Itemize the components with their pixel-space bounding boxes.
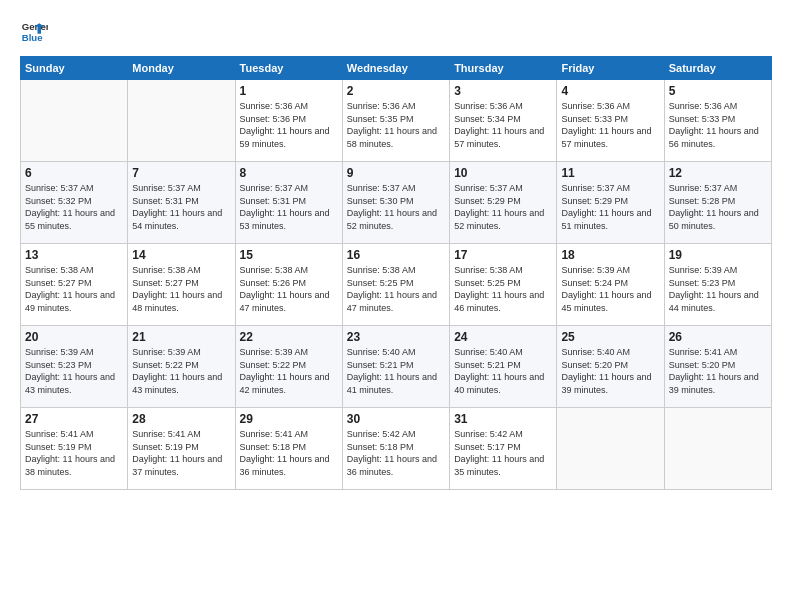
calendar-cell: 14Sunrise: 5:38 AM Sunset: 5:27 PM Dayli…: [128, 244, 235, 326]
day-number: 31: [454, 412, 552, 426]
cell-info: Sunrise: 5:38 AM Sunset: 5:27 PM Dayligh…: [25, 264, 123, 314]
calendar-cell: 6Sunrise: 5:37 AM Sunset: 5:32 PM Daylig…: [21, 162, 128, 244]
calendar-cell: 15Sunrise: 5:38 AM Sunset: 5:26 PM Dayli…: [235, 244, 342, 326]
calendar-week-row: 1Sunrise: 5:36 AM Sunset: 5:36 PM Daylig…: [21, 80, 772, 162]
calendar-week-row: 13Sunrise: 5:38 AM Sunset: 5:27 PM Dayli…: [21, 244, 772, 326]
calendar-cell: 26Sunrise: 5:41 AM Sunset: 5:20 PM Dayli…: [664, 326, 771, 408]
cell-info: Sunrise: 5:39 AM Sunset: 5:23 PM Dayligh…: [25, 346, 123, 396]
cell-info: Sunrise: 5:39 AM Sunset: 5:23 PM Dayligh…: [669, 264, 767, 314]
calendar-cell: 25Sunrise: 5:40 AM Sunset: 5:20 PM Dayli…: [557, 326, 664, 408]
day-number: 9: [347, 166, 445, 180]
day-number: 7: [132, 166, 230, 180]
logo-icon: General Blue: [20, 18, 48, 46]
day-number: 15: [240, 248, 338, 262]
day-number: 1: [240, 84, 338, 98]
day-number: 16: [347, 248, 445, 262]
cell-info: Sunrise: 5:39 AM Sunset: 5:24 PM Dayligh…: [561, 264, 659, 314]
day-number: 29: [240, 412, 338, 426]
day-number: 27: [25, 412, 123, 426]
calendar-week-row: 6Sunrise: 5:37 AM Sunset: 5:32 PM Daylig…: [21, 162, 772, 244]
cell-info: Sunrise: 5:40 AM Sunset: 5:20 PM Dayligh…: [561, 346, 659, 396]
cell-info: Sunrise: 5:41 AM Sunset: 5:19 PM Dayligh…: [132, 428, 230, 478]
weekday-header: Wednesday: [342, 57, 449, 80]
day-number: 25: [561, 330, 659, 344]
calendar-cell: 22Sunrise: 5:39 AM Sunset: 5:22 PM Dayli…: [235, 326, 342, 408]
calendar-week-row: 27Sunrise: 5:41 AM Sunset: 5:19 PM Dayli…: [21, 408, 772, 490]
cell-info: Sunrise: 5:37 AM Sunset: 5:29 PM Dayligh…: [454, 182, 552, 232]
weekday-header: Friday: [557, 57, 664, 80]
cell-info: Sunrise: 5:41 AM Sunset: 5:19 PM Dayligh…: [25, 428, 123, 478]
cell-info: Sunrise: 5:38 AM Sunset: 5:25 PM Dayligh…: [454, 264, 552, 314]
calendar-cell: 4Sunrise: 5:36 AM Sunset: 5:33 PM Daylig…: [557, 80, 664, 162]
calendar-cell: 13Sunrise: 5:38 AM Sunset: 5:27 PM Dayli…: [21, 244, 128, 326]
cell-info: Sunrise: 5:40 AM Sunset: 5:21 PM Dayligh…: [347, 346, 445, 396]
day-number: 18: [561, 248, 659, 262]
calendar-cell: 31Sunrise: 5:42 AM Sunset: 5:17 PM Dayli…: [450, 408, 557, 490]
calendar-cell: 23Sunrise: 5:40 AM Sunset: 5:21 PM Dayli…: [342, 326, 449, 408]
weekday-header-row: SundayMondayTuesdayWednesdayThursdayFrid…: [21, 57, 772, 80]
calendar-cell: 21Sunrise: 5:39 AM Sunset: 5:22 PM Dayli…: [128, 326, 235, 408]
calendar-cell: 16Sunrise: 5:38 AM Sunset: 5:25 PM Dayli…: [342, 244, 449, 326]
calendar-cell: 19Sunrise: 5:39 AM Sunset: 5:23 PM Dayli…: [664, 244, 771, 326]
calendar-cell: 24Sunrise: 5:40 AM Sunset: 5:21 PM Dayli…: [450, 326, 557, 408]
day-number: 22: [240, 330, 338, 344]
cell-info: Sunrise: 5:41 AM Sunset: 5:18 PM Dayligh…: [240, 428, 338, 478]
cell-info: Sunrise: 5:37 AM Sunset: 5:31 PM Dayligh…: [240, 182, 338, 232]
calendar-table: SundayMondayTuesdayWednesdayThursdayFrid…: [20, 56, 772, 490]
calendar-cell: 29Sunrise: 5:41 AM Sunset: 5:18 PM Dayli…: [235, 408, 342, 490]
day-number: 3: [454, 84, 552, 98]
day-number: 20: [25, 330, 123, 344]
calendar-cell: 30Sunrise: 5:42 AM Sunset: 5:18 PM Dayli…: [342, 408, 449, 490]
cell-info: Sunrise: 5:36 AM Sunset: 5:33 PM Dayligh…: [561, 100, 659, 150]
weekday-header: Saturday: [664, 57, 771, 80]
cell-info: Sunrise: 5:37 AM Sunset: 5:29 PM Dayligh…: [561, 182, 659, 232]
day-number: 23: [347, 330, 445, 344]
cell-info: Sunrise: 5:42 AM Sunset: 5:17 PM Dayligh…: [454, 428, 552, 478]
calendar-cell: [557, 408, 664, 490]
calendar-cell: 1Sunrise: 5:36 AM Sunset: 5:36 PM Daylig…: [235, 80, 342, 162]
cell-info: Sunrise: 5:38 AM Sunset: 5:27 PM Dayligh…: [132, 264, 230, 314]
day-number: 8: [240, 166, 338, 180]
day-number: 5: [669, 84, 767, 98]
weekday-header: Monday: [128, 57, 235, 80]
calendar-cell: 5Sunrise: 5:36 AM Sunset: 5:33 PM Daylig…: [664, 80, 771, 162]
cell-info: Sunrise: 5:37 AM Sunset: 5:30 PM Dayligh…: [347, 182, 445, 232]
cell-info: Sunrise: 5:37 AM Sunset: 5:32 PM Dayligh…: [25, 182, 123, 232]
calendar-cell: 7Sunrise: 5:37 AM Sunset: 5:31 PM Daylig…: [128, 162, 235, 244]
day-number: 21: [132, 330, 230, 344]
cell-info: Sunrise: 5:36 AM Sunset: 5:36 PM Dayligh…: [240, 100, 338, 150]
cell-info: Sunrise: 5:39 AM Sunset: 5:22 PM Dayligh…: [240, 346, 338, 396]
day-number: 17: [454, 248, 552, 262]
day-number: 4: [561, 84, 659, 98]
calendar-cell: 17Sunrise: 5:38 AM Sunset: 5:25 PM Dayli…: [450, 244, 557, 326]
calendar-cell: 28Sunrise: 5:41 AM Sunset: 5:19 PM Dayli…: [128, 408, 235, 490]
cell-info: Sunrise: 5:42 AM Sunset: 5:18 PM Dayligh…: [347, 428, 445, 478]
day-number: 12: [669, 166, 767, 180]
weekday-header: Sunday: [21, 57, 128, 80]
cell-info: Sunrise: 5:38 AM Sunset: 5:26 PM Dayligh…: [240, 264, 338, 314]
cell-info: Sunrise: 5:40 AM Sunset: 5:21 PM Dayligh…: [454, 346, 552, 396]
day-number: 6: [25, 166, 123, 180]
day-number: 19: [669, 248, 767, 262]
day-number: 24: [454, 330, 552, 344]
day-number: 2: [347, 84, 445, 98]
cell-info: Sunrise: 5:39 AM Sunset: 5:22 PM Dayligh…: [132, 346, 230, 396]
cell-info: Sunrise: 5:41 AM Sunset: 5:20 PM Dayligh…: [669, 346, 767, 396]
calendar-cell: 12Sunrise: 5:37 AM Sunset: 5:28 PM Dayli…: [664, 162, 771, 244]
calendar-cell: 9Sunrise: 5:37 AM Sunset: 5:30 PM Daylig…: [342, 162, 449, 244]
day-number: 14: [132, 248, 230, 262]
cell-info: Sunrise: 5:37 AM Sunset: 5:31 PM Dayligh…: [132, 182, 230, 232]
day-number: 30: [347, 412, 445, 426]
calendar-cell: 20Sunrise: 5:39 AM Sunset: 5:23 PM Dayli…: [21, 326, 128, 408]
cell-info: Sunrise: 5:36 AM Sunset: 5:35 PM Dayligh…: [347, 100, 445, 150]
calendar-cell: 3Sunrise: 5:36 AM Sunset: 5:34 PM Daylig…: [450, 80, 557, 162]
logo: General Blue: [20, 18, 48, 46]
cell-info: Sunrise: 5:36 AM Sunset: 5:33 PM Dayligh…: [669, 100, 767, 150]
calendar-cell: 2Sunrise: 5:36 AM Sunset: 5:35 PM Daylig…: [342, 80, 449, 162]
page-header: General Blue: [20, 18, 772, 46]
calendar-cell: 8Sunrise: 5:37 AM Sunset: 5:31 PM Daylig…: [235, 162, 342, 244]
weekday-header: Thursday: [450, 57, 557, 80]
day-number: 26: [669, 330, 767, 344]
day-number: 10: [454, 166, 552, 180]
calendar-week-row: 20Sunrise: 5:39 AM Sunset: 5:23 PM Dayli…: [21, 326, 772, 408]
